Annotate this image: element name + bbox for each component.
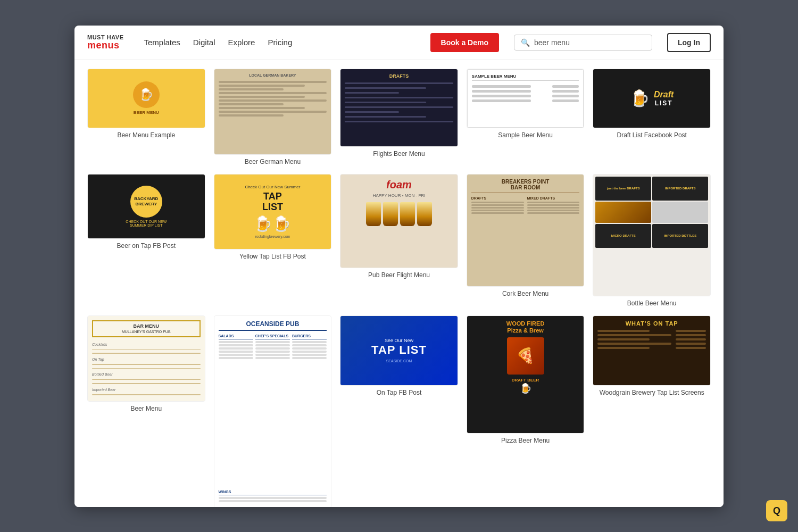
mug-icon: 🍺 <box>630 89 650 107</box>
main-content: 🍺 BEER MENU Beer Menu Example LOCAL GERM… <box>74 60 724 507</box>
navbar: MUST HAVE menus Templates Digital Explor… <box>74 26 724 60</box>
card-label: Bottle Beer Menu <box>593 300 711 307</box>
card-pub-flight[interactable]: foam HAPPY HOUR • MON - FRI Pub Beer Fli… <box>340 174 458 307</box>
card-label: Beer on Tap FB Post <box>87 242 205 250</box>
login-button[interactable]: Log In <box>667 33 711 52</box>
nav-templates[interactable]: Templates <box>144 38 180 47</box>
card-label: Beer German Menu <box>214 158 332 165</box>
card-label: Beer Menu <box>87 405 205 412</box>
card-sample-beer[interactable]: SAMPLE BEER MENU Sample Beer Menu <box>467 69 585 165</box>
card-bar-menu[interactable]: BAR MENUMULLANEY'S GASTRO PUB Cocktails … <box>87 315 205 507</box>
brand-top: MUST HAVE <box>87 34 123 40</box>
card-label: Sample Beer Menu <box>467 131 585 139</box>
card-label: Woodgrain Brewery Tap List Screens <box>593 389 711 396</box>
card-label: Flights Beer Menu <box>340 150 458 157</box>
card-german-menu[interactable]: LOCAL GERMAN BAKERY <box>214 69 332 165</box>
card-label: On Tap FB Post <box>340 389 458 396</box>
nav-digital[interactable]: Digital <box>193 38 215 47</box>
card-cork[interactable]: BREAKERS POINTBAR ROOM DRAFTS <box>467 174 585 307</box>
card-flights[interactable]: DRAFTS Flights Beer Menu <box>340 69 458 165</box>
card-draft-list[interactable]: 🍺 Draft LIST Draft List Facebook Post <box>593 69 711 165</box>
card-oceanside[interactable]: OCEANSIDE PUB SALADS <box>214 315 332 507</box>
card-pizza-beer[interactable]: WOOD FIREDPizza & Brew 🍕 DRAFT BEER 🍺 Pi… <box>467 315 585 507</box>
book-demo-button[interactable]: Book a Demo <box>430 33 499 52</box>
card-beer-menu-example[interactable]: 🍺 BEER MENU Beer Menu Example <box>87 69 205 165</box>
card-label: Pub Beer Flight Menu <box>340 271 458 279</box>
search-input[interactable] <box>534 38 645 47</box>
card-beer-tap-fb[interactable]: BACKYARDBREWERY CHECK OUT OUR NEWSUMMER … <box>87 174 205 307</box>
card-label: Yellow Tap List FB Post <box>214 253 332 260</box>
nav-explore[interactable]: Explore <box>228 38 255 47</box>
app-badge[interactable]: Q <box>766 500 787 521</box>
card-label: Beer Menu Example <box>87 131 205 139</box>
search-icon: 🔍 <box>521 38 530 47</box>
brand-logo[interactable]: MUST HAVE menus <box>87 34 123 51</box>
card-woodgrain[interactable]: WHAT'S ON TAP Woodgrain Brewery Tap List… <box>593 315 711 507</box>
template-grid: 🍺 BEER MENU Beer Menu Example LOCAL GERM… <box>87 69 711 507</box>
card-on-tap-fb[interactable]: See Our New TAP LIST SEASIDE.COM On Tap … <box>340 315 458 507</box>
card-label: Cork Beer Menu <box>467 290 585 297</box>
beer-icon: 🍺 <box>133 81 160 108</box>
card-yellow-tap[interactable]: Check Out Our New Summer TAPLIST 🍺🍺 rock… <box>214 174 332 307</box>
card-label: Pizza Beer Menu <box>467 437 585 444</box>
brand-bottom: menus <box>87 40 123 51</box>
nav-pricing[interactable]: Pricing <box>268 38 292 47</box>
card-bottle-beer[interactable]: just the beer DRAFTS MICRO DRAFTS IMPORT… <box>593 174 711 307</box>
card-label: Draft List Facebook Post <box>593 131 711 139</box>
nav-links: Templates Digital Explore Pricing <box>144 38 415 47</box>
search-bar[interactable]: 🔍 <box>514 35 652 51</box>
